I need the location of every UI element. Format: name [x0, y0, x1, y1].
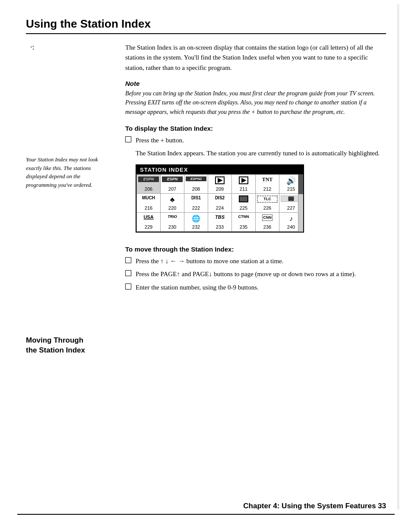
station-cell-207: ESPN 207	[161, 175, 184, 194]
station-cell-206: ESPN 206	[137, 175, 161, 194]
checkbox-move-2	[125, 270, 131, 276]
station-cell-208: ESPN2 208	[184, 175, 208, 194]
checkbox-move-1	[125, 257, 131, 263]
move-heading: To move through the Station Index:	[125, 246, 386, 253]
page: Using the Station Index ·: Your Station …	[0, 0, 412, 532]
station-cell-229: USA 229	[137, 213, 161, 232]
station-cell-224: DIS2 224	[208, 194, 232, 213]
grid-scrollbar	[298, 174, 303, 232]
move-step1: Press the ↑ ↓ ← → buttons to move one st…	[125, 256, 386, 266]
station-grid: ESPN 206 ESPN 207 ESPN2 208 ▶	[136, 174, 303, 232]
station-cell-211: ▶ 211	[232, 175, 256, 194]
bottom-border	[17, 514, 395, 515]
station-cell-226: TLC 226	[256, 194, 279, 213]
checkbox-1	[125, 136, 131, 142]
display-step1: Press the + button.	[125, 135, 386, 145]
move-step1-text: Press the ↑ ↓ ← → buttons to move one st…	[136, 256, 386, 266]
station-cell-220: ♣ 220	[161, 194, 184, 213]
move-step3-text: Enter the station number, using the 0-9 …	[136, 283, 386, 293]
move-step3: Enter the station number, using the 0-9 …	[125, 283, 386, 293]
note-label: Note	[125, 80, 386, 87]
display-heading: To display the Station Index:	[125, 125, 386, 132]
move-step2-text: Press the PAGE↑ and PAGE↓ buttons to pag…	[136, 269, 386, 279]
page-title-section: Using the Station Index	[26, 17, 386, 34]
station-cell-212: TNT 212	[256, 175, 279, 194]
station-cell-222: DIS1 222	[184, 194, 208, 213]
station-cell-230: TRIO 230	[161, 213, 184, 232]
station-cell-225: 225	[232, 194, 256, 213]
scrollbar-thumb	[298, 174, 303, 195]
station-cell-236: CNN 236	[256, 213, 279, 232]
page-title: Using the Station Index	[26, 17, 386, 31]
station-cell-233: TBS 233	[208, 213, 232, 232]
checkbox-move-3	[125, 283, 131, 290]
sidebar-note: Your Station Index may not look exactly …	[26, 155, 112, 189]
dot-decoration: ·:	[30, 43, 112, 52]
note-text: Before you can bring up the Station Inde…	[125, 89, 386, 117]
station-cell-232: 🌐 232	[184, 213, 208, 232]
sidebar: ·: Your Station Index may not look exact…	[26, 43, 121, 356]
station-cell-216: MUCH 216	[137, 194, 161, 213]
station-cell-235: CTNN 235	[232, 213, 256, 232]
display-step2: The Station Index appears. The station y…	[136, 148, 386, 158]
station-index-box: STATION INDEX ESPN 206 ESPN 207	[136, 164, 304, 233]
display-step1-text: Press the + button.	[136, 135, 386, 145]
moving-through-title: Moving Through the Station Index	[26, 336, 112, 356]
content-area: The Station Index is an on-screen displa…	[121, 43, 386, 356]
station-cell-209: ▶ 209	[208, 175, 232, 194]
move-step2: Press the PAGE↑ and PAGE↓ buttons to pag…	[125, 269, 386, 279]
station-index-header: STATION INDEX	[136, 165, 303, 174]
chapter-footer: Chapter 4: Using the System Features 33	[243, 502, 386, 510]
main-layout: ·: Your Station Index may not look exact…	[26, 43, 386, 356]
intro-paragraph: The Station Index is an on-screen displa…	[125, 43, 386, 73]
